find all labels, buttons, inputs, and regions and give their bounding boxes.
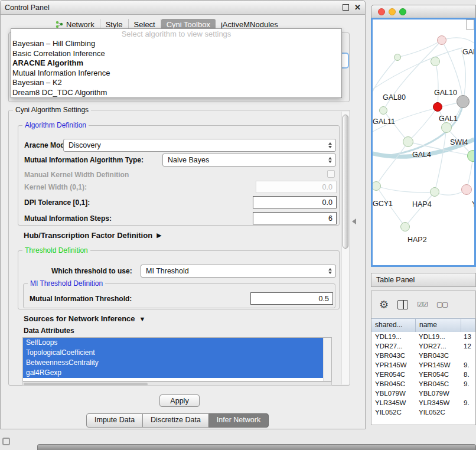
settings-scrollbar-thumb[interactable] — [343, 115, 348, 249]
mi-threshold-field[interactable]: 0.5 — [250, 292, 333, 305]
cell-name: YBR045C — [415, 379, 460, 389]
close-traffic-light-icon[interactable] — [378, 8, 385, 15]
columns-icon[interactable] — [397, 300, 408, 309]
table-row[interactable]: YBR043C YBR043C — [371, 351, 475, 360]
select-all-checkboxes-icon[interactable]: ☑☑ — [417, 301, 428, 308]
column-header-extra[interactable] — [461, 319, 475, 332]
control-panel-titlebar[interactable]: Control Panel ✕ — [1, 1, 365, 15]
network-node[interactable] — [431, 57, 440, 66]
cell-value: 12 — [460, 341, 475, 351]
table-row[interactable]: YBL079W YBL079W — [371, 389, 475, 398]
algorithm-option[interactable]: Basic Correlation Inference — [11, 49, 341, 59]
attribute-row-selected[interactable]: SelfLoops — [23, 338, 324, 348]
network-node-gal4[interactable] — [403, 136, 413, 147]
network-node[interactable] — [379, 106, 387, 115]
table-body[interactable]: YDL19... YDL19... 13 YDR27... YDR27... 1… — [371, 332, 475, 425]
algorithm-option[interactable]: Bayesian – Hill Climbing — [11, 39, 341, 49]
attributes-list-hscrollbar[interactable] — [22, 381, 332, 386]
cell-name: YER054C — [415, 370, 460, 379]
network-node-gcy1[interactable] — [371, 181, 381, 191]
algorithm-option-selected[interactable]: ARACNE Algorithm — [11, 58, 341, 69]
network-node-gal1[interactable] — [441, 122, 452, 133]
zoom-traffic-light-icon[interactable] — [399, 8, 406, 15]
table-row[interactable]: YLR345W YLR345W 9. — [371, 398, 475, 407]
table-panel-titlebar[interactable]: Table Panel — [371, 273, 476, 287]
mi-steps-field[interactable]: 6 — [253, 212, 337, 224]
settings-gear-icon[interactable]: ⚙ — [379, 299, 389, 310]
network-canvas[interactable]: GAL GAL80 GAL10 GAL11 GAL1 SWI4 GAL4 GCY… — [371, 18, 476, 267]
tab-infer-network[interactable]: Infer Network — [208, 413, 269, 428]
kernel-width-value: 0.0 — [322, 183, 332, 191]
network-node-hap2[interactable] — [400, 222, 410, 231]
mi-type-select[interactable]: Naive Bayes — [162, 154, 336, 167]
kernel-width-field[interactable]: 0.0 — [256, 181, 337, 193]
cyni-settings-group-title: Cyni Algorithm Settings — [13, 106, 91, 114]
tab-discretize-data[interactable]: Discretize Data — [142, 413, 209, 428]
dpi-tolerance-field[interactable]: 0.0 — [253, 196, 337, 208]
bottom-window-edge[interactable] — [37, 444, 476, 450]
network-node[interactable] — [461, 184, 472, 195]
table-row[interactable]: YBR045C YBR045C 9. — [371, 379, 475, 389]
network-icon — [56, 21, 63, 28]
mi-steps-value: 6 — [328, 214, 332, 223]
apply-button[interactable]: Apply — [159, 394, 200, 407]
minimized-panel-icon[interactable] — [2, 438, 10, 445]
algorithm-option[interactable]: Mutual Information Inference — [11, 69, 341, 79]
network-node[interactable] — [437, 35, 446, 45]
attribute-row-selected[interactable]: TopologicalCoefficient — [23, 348, 324, 358]
attributes-list-scrollbar[interactable] — [323, 338, 331, 381]
hub-section-toggle[interactable]: Hub/Transcription Factor Definition ▶ — [24, 231, 162, 240]
apply-button-label: Apply — [170, 397, 188, 405]
table-row[interactable]: YPR145W YPR145W 9. — [371, 360, 475, 370]
mi-threshold-group: MI Threshold Definition Mutual Informati… — [23, 283, 335, 308]
combo-arrows-icon — [328, 142, 332, 148]
settings-scrollbar[interactable] — [341, 112, 349, 384]
dpi-tolerance-value: 0.0 — [322, 198, 332, 207]
network-node[interactable] — [457, 95, 470, 108]
cell-shared-name: YIL052C — [371, 407, 415, 417]
manual-kernel-checkbox[interactable] — [327, 170, 335, 178]
table-row[interactable]: YDR27... YDR27... 12 — [371, 341, 475, 351]
table-panel-window: ⚙ ☑☑ ▢▢ shared... name YDL19... YDL19...… — [371, 291, 476, 425]
cyni-mode-tabs: Impute Data Discretize Data Infer Networ… — [86, 413, 269, 428]
which-threshold-select[interactable]: MI Threshold — [141, 265, 336, 278]
table-row[interactable]: YDL19... YDL19... 13 — [371, 332, 475, 341]
table-row[interactable]: YIL052C YIL052C — [371, 407, 475, 417]
sources-section-label: Sources for Network Inference — [24, 314, 135, 323]
splitter-collapse-icon[interactable] — [352, 219, 356, 224]
attribute-row-selected[interactable]: BetweennessCentrality — [23, 358, 324, 368]
sources-section-toggle[interactable]: Sources for Network Inference ▼ — [24, 314, 145, 323]
cell-value: 9. — [460, 360, 475, 370]
attributes-hscroll-thumb[interactable] — [24, 383, 148, 386]
node-label: SWI4 — [450, 138, 468, 146]
dpi-tolerance-label: DPI Tolerance [0,1]: — [24, 198, 90, 207]
close-icon[interactable]: ✕ — [354, 5, 361, 11]
attribute-row-selected[interactable]: gal4RGexp — [23, 368, 324, 378]
control-panel-window: Control Panel ✕ Network Style Select Cyn… — [0, 0, 366, 429]
algorithm-option[interactable]: Bayesian – K2 — [11, 78, 341, 88]
tab-impute-data[interactable]: Impute Data — [86, 413, 143, 428]
dropdown-placeholder[interactable]: Select algorithm to view settings — [11, 29, 341, 39]
network-scrollbar-stub[interactable] — [466, 19, 474, 30]
algorithm-option[interactable]: Dream8 DC_TDC Algorithm — [11, 88, 341, 98]
aracne-mode-select[interactable]: Discovery — [63, 139, 336, 152]
minimize-traffic-light-icon[interactable] — [389, 8, 396, 15]
aracne-mode-value: Discovery — [69, 141, 101, 149]
tab-impute-data-label: Impute Data — [94, 416, 135, 424]
column-header-name[interactable]: name — [416, 319, 461, 332]
network-node[interactable] — [394, 54, 401, 61]
cyni-settings-group: Cyni Algorithm Settings Algorithm Defini… — [8, 110, 350, 386]
float-window-icon[interactable] — [343, 4, 349, 11]
table-row[interactable]: YER054C YER054C 8. — [371, 370, 475, 379]
cell-shared-name: YER054C — [371, 370, 415, 379]
network-node[interactable] — [467, 150, 476, 162]
tab-style-label: Style — [106, 20, 123, 29]
node-label: GCY1 — [373, 200, 393, 208]
data-attributes-list[interactable]: SelfLoops TopologicalCoefficient Between… — [22, 337, 332, 381]
column-header-shared-name[interactable]: shared... — [371, 319, 416, 332]
deselect-all-checkboxes-icon[interactable]: ▢▢ — [436, 301, 448, 308]
tab-jactivemnodules-label: jActiveMNodules — [221, 20, 278, 29]
network-window-titlebar[interactable] — [371, 5, 476, 19]
network-node-gal10[interactable] — [433, 102, 442, 112]
network-node-hap4[interactable] — [430, 187, 439, 197]
